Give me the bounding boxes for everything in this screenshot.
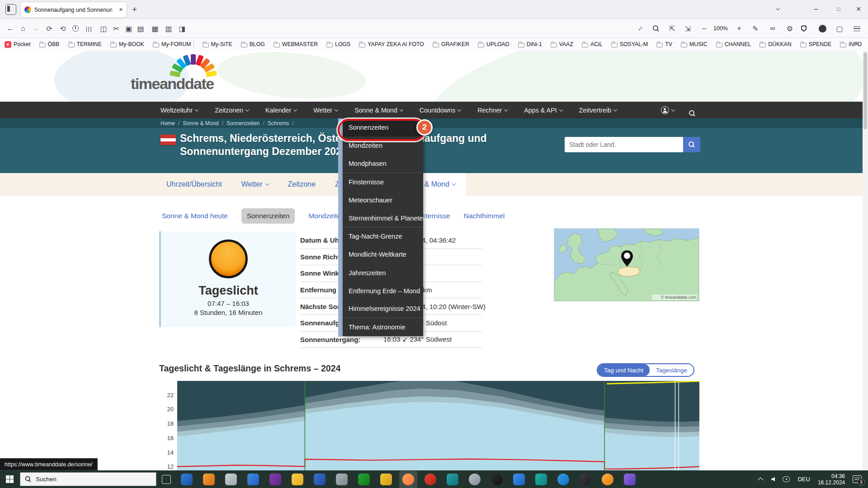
breadcrumb-item[interactable]: Sonne & Mond/	[183, 120, 226, 127]
nav-item[interactable]: Kalender	[265, 107, 297, 114]
zoom-in-icon[interactable]: +	[732, 19, 746, 38]
taskbar-app-icon[interactable]	[624, 474, 636, 485]
city-search-button[interactable]	[683, 137, 700, 152]
bookmark-item[interactable]: TERMINE	[68, 41, 102, 47]
taskbar-app-icon[interactable]	[557, 474, 569, 485]
bookmark-item[interactable]: GRAFiKER	[433, 41, 469, 47]
nav-item[interactable]: Sonne & Mond	[354, 107, 403, 114]
bookmark-item[interactable]: DiNi-1	[518, 41, 542, 47]
taskbar-app-icon[interactable]	[181, 474, 193, 485]
dropdown-menu-item[interactable]: Entfernung Erde – Mond	[343, 282, 423, 300]
location-tab[interactable]: Wetter	[241, 180, 269, 188]
taskbar-app-icon[interactable]	[269, 474, 281, 485]
highlighter-icon[interactable]: ✎	[749, 19, 762, 38]
taskbar-app-icon[interactable]	[292, 474, 303, 485]
clipboard-icon[interactable]: ▤	[134, 19, 147, 38]
taskbar-app-icon[interactable]	[425, 474, 436, 485]
timeanddate-logo-text[interactable]: timeanddate	[131, 75, 214, 93]
bookmark-item[interactable]: TV	[656, 41, 672, 47]
bookmark-item[interactable]: DÜKKAN	[760, 41, 791, 47]
subtab[interactable]: Nachthimmel	[464, 212, 505, 220]
chart-toggle-button[interactable]: Tag und Nacht	[598, 364, 650, 376]
taskbar-app-icon[interactable]	[513, 474, 525, 485]
scrollbar-thumb[interactable]	[863, 52, 867, 129]
dictation-icon[interactable]	[783, 476, 790, 482]
breadcrumb-item[interactable]: Schrems/	[268, 120, 297, 127]
nav-item[interactable]: Zeitvertreib	[579, 107, 617, 114]
zoom-level[interactable]: 100%	[711, 19, 731, 38]
history-icon[interactable]: ⟲	[56, 19, 70, 38]
nav-item[interactable]: Zeitzonen	[215, 107, 249, 114]
reload-icon[interactable]: ⟳	[42, 19, 56, 38]
taskbar-app-icon[interactable]	[380, 474, 392, 485]
bookmark-item[interactable]: VAAZ	[551, 41, 573, 47]
bookmark-item[interactable]: YAPAY ZEKA AI FOTO	[359, 41, 424, 47]
bookmark-item[interactable]: My-FORUM	[153, 41, 194, 48]
forward-icon[interactable]: →	[29, 19, 42, 38]
start-button-icon[interactable]	[6, 475, 14, 483]
taskbar-app-icon[interactable]	[491, 474, 503, 485]
fullscreen-icon[interactable]: ↕	[629, 17, 652, 40]
print-icon[interactable]: ▦	[148, 19, 162, 38]
dropdown-menu-item[interactable]: Sternenhimmel & Planeten	[343, 209, 423, 227]
taskbar-app-icon[interactable]	[602, 474, 613, 485]
home-icon[interactable]: ⌂	[16, 19, 30, 38]
taskbar-app-icon[interactable]	[225, 474, 237, 485]
firefox-view-icon[interactable]	[5, 4, 16, 15]
city-search-input[interactable]	[565, 137, 683, 152]
taskbar-search[interactable]: Suchen	[20, 472, 156, 486]
taskbar-app-icon[interactable]	[580, 474, 591, 485]
dropdown-menu-item[interactable]: Thema: Astronomie	[343, 318, 423, 336]
account-menu[interactable]	[661, 106, 675, 114]
taskbar-app-icon[interactable]	[402, 474, 414, 485]
zoom-out-icon[interactable]: –	[698, 19, 711, 38]
notification-center-icon[interactable]: 9	[853, 475, 862, 483]
subtab[interactable]: Sonnenzeiten	[241, 208, 295, 224]
subtab[interactable]: Sonne & Mond heute	[162, 212, 228, 220]
dropdown-menu-item[interactable]: Jahreszeiten	[343, 264, 423, 282]
bookmark-item[interactable]: LOGS	[326, 41, 350, 47]
dropdown-menu-item[interactable]: Meteorschauer	[343, 191, 423, 209]
taskbar-app-icon[interactable]	[336, 474, 348, 485]
dropdown-menu-item[interactable]: Himmelsereignisse 2024	[343, 300, 423, 318]
taskbar-app-icon[interactable]	[535, 474, 547, 485]
tab-close-icon[interactable]: ✕	[119, 7, 123, 13]
taskbar-app-icon[interactable]	[247, 474, 259, 485]
dropdown-menu-item[interactable]: Mondphasen	[343, 155, 423, 173]
clock-icon[interactable]	[69, 19, 82, 38]
developer-wrench-icon[interactable]: ⚙	[783, 19, 797, 38]
taskbar-app-icon[interactable]	[447, 474, 458, 485]
window-minimize-button[interactable]: –	[806, 0, 826, 18]
library-icon[interactable]: |||	[82, 19, 96, 38]
nav-item[interactable]: Rechner	[477, 107, 507, 114]
speaker-icon[interactable]	[771, 477, 775, 482]
dropdown-menu-item[interactable]: Finsternisse	[343, 173, 423, 191]
chart-toggle-button[interactable]: Tageslänge	[650, 364, 693, 376]
search-icon[interactable]	[649, 19, 663, 38]
screenshot-scissors-icon[interactable]: ✂	[109, 19, 123, 38]
keyboard-language[interactable]: DEU	[797, 476, 810, 483]
location-map[interactable]: © timeanddate.com	[554, 228, 699, 301]
breadcrumb-item[interactable]: Sonnenzeiten/	[226, 120, 268, 127]
nav-item[interactable]: Apps & API	[524, 107, 562, 114]
export-bookmark-icon[interactable]: ⇱	[665, 19, 679, 38]
location-tab[interactable]: Zeitzone	[288, 180, 316, 188]
infinity-extension-icon[interactable]: ∞	[766, 19, 779, 38]
import-bookmark-icon[interactable]: ⇲	[681, 19, 694, 38]
save-page-icon[interactable]: ▥	[162, 19, 175, 38]
account-avatar-icon[interactable]	[816, 19, 829, 38]
bookmark-item[interactable]: UPLOAD	[478, 41, 509, 47]
taskbar-app-icon[interactable]	[314, 474, 326, 485]
dropdown-menu-item[interactable]: Tag-Nacht-Grenze	[343, 227, 423, 245]
bookmark-item[interactable]: ♥ Pocket	[5, 41, 31, 48]
breadcrumb-item[interactable]: Home/	[160, 120, 183, 127]
window-close-button[interactable]: ✕	[848, 0, 868, 18]
tray-chevron-up-icon[interactable]	[758, 477, 764, 483]
dropdown-menu-item[interactable]: Mondlicht-Weltkarte	[343, 245, 423, 263]
bookmark-item[interactable]: ACiL	[582, 41, 603, 47]
list-tabs-chevron-icon[interactable]	[768, 0, 788, 18]
bookmark-item[interactable]: SPENDE	[800, 41, 832, 47]
window-maximize-button[interactable]: □	[828, 0, 849, 18]
bookmark-item[interactable]: MUSIC	[681, 41, 708, 47]
bookmark-item[interactable]: WEBMASTER	[274, 41, 318, 47]
